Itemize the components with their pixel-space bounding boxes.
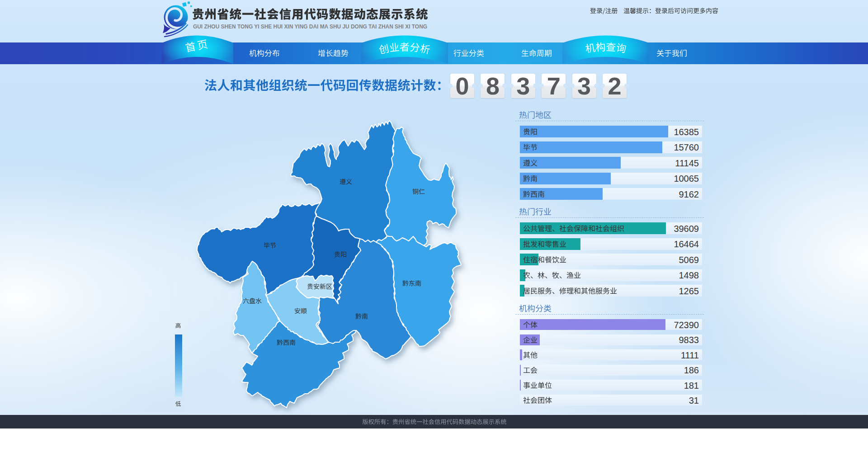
svg-text:2: 2 [608, 72, 621, 99]
svg-text:181: 181 [684, 381, 699, 391]
svg-text:5069: 5069 [679, 255, 699, 265]
svg-text:16464: 16464 [674, 239, 699, 249]
svg-text:9162: 9162 [679, 189, 699, 199]
svg-text:1498: 1498 [679, 270, 699, 280]
svg-text:16385: 16385 [674, 127, 699, 137]
svg-text:11145: 11145 [675, 158, 699, 168]
svg-text:72390: 72390 [674, 320, 699, 330]
svg-text:31: 31 [689, 396, 699, 405]
svg-text:186: 186 [684, 365, 699, 375]
svg-text:39609: 39609 [674, 224, 699, 234]
svg-text:1111: 1111 [681, 350, 699, 360]
svg-text:3: 3 [577, 72, 591, 99]
svg-text:7: 7 [547, 72, 561, 99]
svg-text:8: 8 [486, 72, 500, 99]
svg-text:1265: 1265 [679, 286, 699, 296]
svg-text:10065: 10065 [674, 174, 699, 184]
svg-text:9833: 9833 [679, 335, 699, 345]
svg-text:15760: 15760 [674, 142, 699, 152]
svg-text:GUI ZHOU SHEN TONG YI SHE HUI: GUI ZHOU SHEN TONG YI SHE HUI XIN YING D… [193, 24, 427, 30]
svg-text:3: 3 [516, 72, 530, 99]
svg-text:0: 0 [455, 72, 469, 99]
